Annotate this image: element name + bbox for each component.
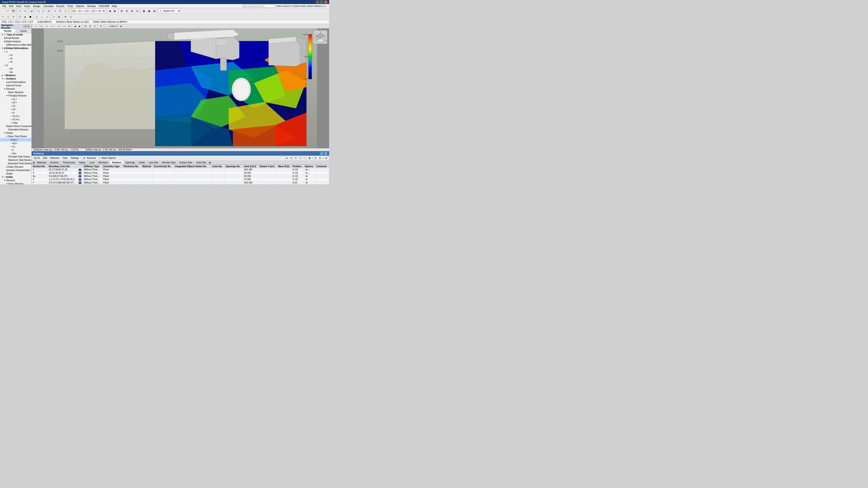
vp-render-btn[interactable]: ⊞ bbox=[84, 24, 88, 28]
results-combo[interactable]: S-C: CO2 · LC1 + LC2 + LC3 + LC4 bbox=[33, 24, 71, 28]
nav-pin-btn[interactable]: 📌 bbox=[23, 25, 26, 28]
menu-cadbim[interactable]: CAD-BIM bbox=[97, 4, 110, 8]
surf-icon-5[interactable]: 📋 bbox=[303, 156, 307, 160]
tb2-btn-2[interactable]: ⊹ bbox=[6, 14, 11, 19]
tree-uz[interactable]: ○uz bbox=[0, 60, 31, 64]
surf-icon-7[interactable]: ⬆ bbox=[313, 156, 318, 160]
tree-tau[interactable]: ○τs bbox=[0, 111, 31, 114]
tab-surfaces[interactable]: Surfaces bbox=[110, 161, 123, 164]
tree-members[interactable]: ▷ ≡ Members bbox=[0, 74, 31, 77]
menu-view[interactable]: View bbox=[15, 4, 23, 8]
zoom-in-btn[interactable]: 🔍 bbox=[36, 8, 41, 13]
menu-help[interactable]: Help bbox=[111, 4, 119, 8]
zoom-out-btn[interactable]: 🔎 bbox=[41, 8, 46, 13]
menu-assign[interactable]: Assign bbox=[32, 4, 42, 8]
menu-tools[interactable]: Tools bbox=[66, 4, 74, 8]
tb2-3d-btn[interactable]: ◻ bbox=[68, 14, 73, 19]
table-row[interactable]: 5 1,2,14,271,70-65,28-31,66,69,262,263,2… bbox=[32, 178, 329, 181]
menu-edit[interactable]: Edit bbox=[8, 4, 15, 8]
tree-basic-stresses-s[interactable]: ▼ Basic Stresses bbox=[0, 182, 31, 184]
tree-equiv-stresses[interactable]: Equivalent Stresses bbox=[0, 128, 31, 131]
tb2-btn-1[interactable]: ⌖ bbox=[0, 14, 5, 19]
load-case-combo[interactable]: CO2 · LC1 + LC2 + LC3 + LC4 bbox=[70, 8, 106, 13]
tb-btn-7[interactable]: ▤ bbox=[152, 8, 157, 13]
tree-stresses[interactable]: ▼ Stresses bbox=[0, 87, 31, 91]
surf-icon-3[interactable]: ✎ bbox=[294, 156, 298, 160]
table-row[interactable]: 1 16,17,28,65-47,18 Without Thick... Pla… bbox=[32, 168, 329, 171]
tree-sigma1p[interactable]: ○σ1,+ bbox=[0, 97, 31, 101]
surfaces-view[interactable]: View bbox=[61, 157, 69, 159]
vp-view-combo[interactable]: 1 - Global XYZ bbox=[105, 24, 123, 28]
open-btn[interactable]: 📂 bbox=[6, 8, 11, 13]
surfaces-edit[interactable]: Edit bbox=[42, 157, 49, 159]
tree-principal-stresses[interactable]: ▼ Principal Stresses bbox=[0, 94, 31, 97]
tab-lines[interactable]: Lines bbox=[88, 161, 97, 164]
save-btn[interactable]: 💾 bbox=[11, 8, 16, 13]
zoom-fit-btn[interactable]: ⊡ bbox=[46, 8, 51, 13]
tb2-grid-btn[interactable]: ⊞ bbox=[57, 14, 61, 19]
view-combo[interactable]: 1 - Global XYZ bbox=[158, 8, 181, 13]
tab-member-sets[interactable]: Member Sets bbox=[160, 161, 178, 164]
panel-expand-btn[interactable]: △ bbox=[320, 152, 323, 155]
tree-taumax[interactable]: ○τmax bbox=[0, 121, 31, 125]
pan-btn[interactable]: ✋ bbox=[63, 8, 68, 13]
tb2-btn-4[interactable]: ⬡ bbox=[18, 14, 22, 19]
tree-phix[interactable]: ○φx bbox=[0, 67, 31, 70]
tab-nav-left[interactable]: ◀ bbox=[32, 161, 35, 164]
tree-sigma1m[interactable]: ○σ1,- bbox=[0, 104, 31, 107]
tree-equiv-total[interactable]: Equivalent Total Strains bbox=[0, 162, 31, 165]
tb-btn-1[interactable]: ⊞ bbox=[119, 8, 124, 13]
prev-result-btn[interactable]: ◀ bbox=[107, 8, 112, 13]
table-row[interactable]: 7 273,274,388,403-397,470-459,275 Withou… bbox=[32, 181, 329, 184]
tree-phi[interactable]: ▷ φ bbox=[0, 64, 31, 67]
menu-options[interactable]: Options bbox=[74, 4, 86, 8]
tab-line-sets[interactable]: Line Sets bbox=[147, 161, 160, 164]
surfaces-settings[interactable]: Settings bbox=[69, 157, 80, 159]
tree-surfaces[interactable]: ▼ ▭ Surfaces bbox=[0, 77, 31, 80]
tab-sections[interactable]: Sections bbox=[49, 161, 61, 164]
tree-sigma1ms[interactable]: ○σ1,m,s bbox=[0, 114, 31, 118]
table-row[interactable]: 4a 4-9,268,37-58,270 Without Thick... Pl… bbox=[32, 174, 329, 177]
tree-contact-stresses[interactable]: Contact Stresses bbox=[0, 165, 31, 168]
menu-insert[interactable]: Insert bbox=[23, 4, 32, 8]
tab-thicknesses[interactable]: Thicknesses bbox=[61, 161, 77, 164]
tree-differences[interactable]: Differences to initial state bbox=[0, 43, 31, 46]
vp-wire-btn[interactable]: ⊟ bbox=[88, 24, 92, 28]
surf-basic-btn[interactable]: ◇ bbox=[97, 156, 101, 160]
viewport-content[interactable]: +75.00 +60.00 Y bbox=[32, 29, 329, 148]
menu-results[interactable]: Results bbox=[55, 4, 66, 8]
tb-btn-3[interactable]: ⊠ bbox=[129, 8, 134, 13]
tree-internal-forces[interactable]: Internal Forces bbox=[0, 84, 31, 87]
vp-view-btn[interactable]: 👁 bbox=[99, 24, 103, 28]
tab-surface-sets[interactable]: Surface Sets bbox=[178, 161, 194, 164]
tree-gamma[interactable]: ○γ bbox=[0, 148, 31, 152]
maximize-btn[interactable]: □ bbox=[320, 0, 323, 4]
tree-final-results[interactable]: ◉ Final Results bbox=[0, 36, 31, 40]
surf-icon-2[interactable]: ⊖ bbox=[289, 156, 293, 160]
minimize-btn[interactable]: — bbox=[316, 0, 319, 4]
menu-calculate[interactable]: Calculate bbox=[42, 4, 55, 8]
tree-sigma2p[interactable]: ○σ2,+ bbox=[0, 101, 31, 104]
surfaces-selection[interactable]: Selection bbox=[49, 157, 61, 159]
tab-solid-sets[interactable]: Solid Sets bbox=[194, 161, 209, 164]
surf-icon-1[interactable]: ⊕ bbox=[285, 156, 289, 160]
tb2-snap-btn[interactable]: ⌗ bbox=[51, 14, 56, 19]
panel-close-btn[interactable]: ✕ bbox=[324, 152, 327, 155]
tree-basic-total-strains[interactable]: ▼ Basic Total Strains bbox=[0, 135, 31, 138]
tree-u[interactable]: ▷ u bbox=[0, 50, 31, 53]
tree-phiy[interactable]: ○φy bbox=[0, 70, 31, 74]
rotate-btn[interactable]: ↻ bbox=[58, 8, 63, 13]
redo-btn[interactable]: ↪ bbox=[23, 8, 28, 13]
tree-solids[interactable]: ▼ ◻ Solids bbox=[0, 175, 31, 179]
tree-maximum-total[interactable]: Maximum Total Strains bbox=[0, 158, 31, 162]
tb2-btn-9[interactable]: ⍉ bbox=[45, 14, 50, 19]
tab-solids[interactable]: Solids bbox=[137, 161, 147, 164]
tree-principal-total[interactable]: Principal Total Strains bbox=[0, 155, 31, 158]
tb-btn-5[interactable]: ▦ bbox=[141, 8, 146, 13]
tb2-btn-7[interactable]: ⌾ bbox=[34, 14, 39, 19]
tree-uy[interactable]: ○uy bbox=[0, 57, 31, 60]
tree-sigma2ms[interactable]: ○σ2,m,s bbox=[0, 118, 31, 121]
vp-btn-2[interactable]: ▶ bbox=[78, 24, 82, 28]
tree-elastic-stress[interactable]: Elastic Stress Components bbox=[0, 125, 31, 128]
tb2-btn-5[interactable]: ◈ bbox=[23, 14, 28, 19]
